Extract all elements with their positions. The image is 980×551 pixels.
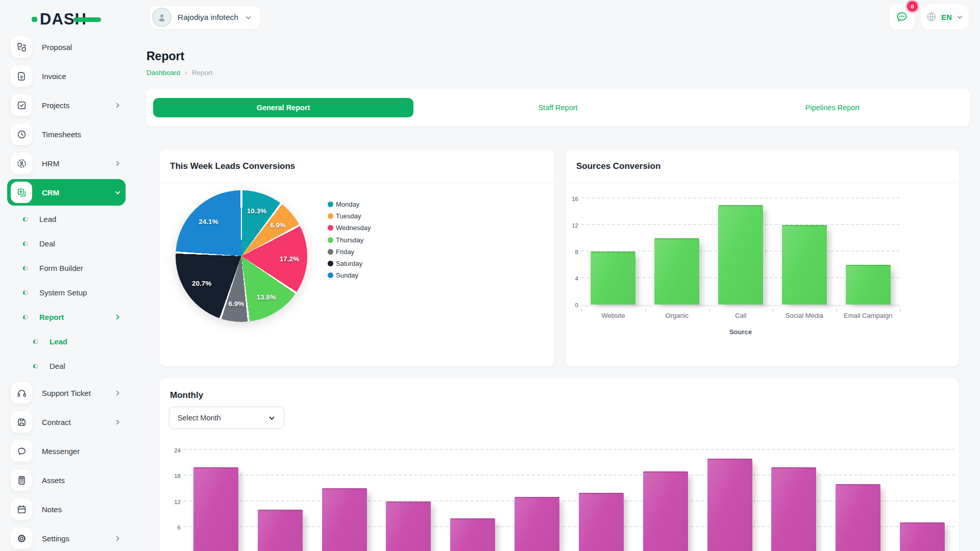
- bullet-icon: [23, 241, 28, 246]
- proposal-icon: [11, 36, 32, 58]
- breadcrumb: Dashboard › Report: [146, 68, 212, 77]
- x-axis-category: Website: [581, 312, 645, 319]
- monthly-card: Monthly Select Month 06121824: [160, 379, 959, 551]
- sidebar-item-deal[interactable]: Deal: [7, 233, 126, 255]
- page-title: Report: [146, 49, 184, 63]
- chevron-right-icon: [114, 535, 121, 542]
- chevron-right-icon: [114, 313, 121, 321]
- tab-pipelines-report[interactable]: Pipelines Report: [695, 89, 970, 127]
- assets-icon: [11, 469, 32, 491]
- contract-icon: [11, 411, 32, 433]
- messenger-icon: [11, 440, 32, 462]
- chat-icon: [895, 10, 909, 23]
- sidebar-item-form-builder[interactable]: Form Builder: [7, 257, 126, 279]
- sidebar-item-hrm[interactable]: HRM: [7, 150, 126, 177]
- bullet-icon: [23, 217, 28, 222]
- sidebar-item-assets[interactable]: Assets: [7, 467, 126, 493]
- sidebar-item-messenger[interactable]: Messenger: [7, 438, 126, 464]
- breadcrumb-dashboard-link[interactable]: Dashboard: [146, 69, 180, 77]
- x-axis-title: Source: [581, 328, 900, 336]
- company-avatar: [152, 8, 172, 27]
- legend-item-monday[interactable]: Monday: [328, 198, 371, 210]
- legend-label: Tuesday: [336, 212, 361, 220]
- bullet-icon: [33, 339, 38, 344]
- sidebar-item-proposal[interactable]: Proposal: [7, 34, 126, 60]
- report-tabbar: General Report Staff Report Pipelines Re…: [146, 89, 970, 127]
- pie-legend: MondayTuesdayWednesdayThursdayFridaySatu…: [328, 198, 371, 281]
- card-header: Sources Conversion: [566, 149, 959, 183]
- sidebar-item-deal[interactable]: Deal: [7, 355, 126, 377]
- pie-value-tuesday: 6.9%: [270, 221, 286, 229]
- tab-general-report[interactable]: General Report: [146, 89, 421, 127]
- card-title: Monthly: [170, 390, 203, 400]
- crm-icon: [11, 182, 32, 203]
- sidebar-item-invoice[interactable]: Invoice: [7, 63, 126, 89]
- x-axis-category: Social Media: [772, 312, 836, 319]
- legend-item-tuesday[interactable]: Tuesday: [328, 210, 371, 222]
- y-axis-tick: 0: [563, 302, 578, 308]
- language-selector[interactable]: EN: [921, 4, 969, 30]
- legend-item-friday[interactable]: Friday: [328, 246, 371, 258]
- legend-dot-icon: [328, 249, 333, 255]
- y-axis-tick: 12: [165, 499, 181, 505]
- sidebar-item-lead[interactable]: Lead: [7, 208, 126, 230]
- app-logo[interactable]: DASH: [32, 8, 101, 31]
- sidebar-item-crm[interactable]: CRM: [7, 179, 126, 206]
- sidebar-item-contract[interactable]: Contract: [7, 409, 126, 435]
- leads-pie-chart: 10.3%6.9%17.2%13.8%6.9%20.7%24.1%: [176, 190, 307, 322]
- monthly-bar-3: [322, 488, 367, 551]
- projects-icon: [11, 94, 32, 116]
- leads-conversions-card: This Week Leads Conversions 10.3%6.9%17.…: [160, 149, 554, 366]
- sidebar-item-report[interactable]: Report: [7, 306, 126, 328]
- sidebar-item-label: Support Ticket: [42, 389, 114, 397]
- bullet-icon: [23, 266, 28, 271]
- y-axis-tick: 24: [165, 447, 181, 454]
- sidebar-item-projects[interactable]: Projects: [7, 92, 126, 118]
- timesheets-icon: [11, 123, 32, 145]
- sidebar-item-label: System Setup: [39, 288, 121, 297]
- sources-bar-chart: 0481216: [581, 194, 900, 307]
- messages-button[interactable]: 0: [889, 4, 915, 30]
- sidebar-item-label: Invoice: [42, 72, 121, 81]
- sidebar-item-label: Lead: [39, 215, 121, 223]
- card-title: Sources Conversion: [576, 161, 660, 171]
- legend-item-saturday[interactable]: Saturday: [328, 258, 371, 269]
- chevron-right-icon: [114, 160, 121, 167]
- legend-item-sunday[interactable]: Sunday: [328, 269, 371, 281]
- monthly-bar-10: [771, 467, 816, 551]
- monthly-bar-5: [450, 518, 495, 551]
- pie-value-saturday: 20.7%: [192, 279, 211, 287]
- legend-dot-icon: [328, 202, 333, 207]
- monthly-bar-4: [386, 502, 431, 551]
- bar-call: [718, 205, 763, 305]
- legend-item-thursday[interactable]: Thursday: [328, 234, 371, 246]
- sidebar-item-support-ticket[interactable]: Support Ticket: [7, 380, 126, 406]
- x-axis-tick: [900, 309, 901, 312]
- sidebar-item-label: Notes: [42, 505, 121, 514]
- chat-badge: 0: [907, 1, 918, 12]
- legend-item-wednesday[interactable]: Wednesday: [328, 222, 371, 234]
- legend-label: Thursday: [336, 236, 363, 244]
- sidebar-item-timesheets[interactable]: Timesheets: [7, 121, 126, 147]
- sidebar-item-settings[interactable]: Settings: [7, 525, 126, 551]
- sidebar-item-system-setup[interactable]: System Setup: [7, 282, 126, 304]
- notes-icon: [11, 498, 32, 520]
- y-axis-tick: 12: [563, 222, 578, 229]
- sidebar-item-label: Deal: [39, 239, 121, 248]
- globe-icon: [926, 11, 937, 22]
- tab-staff-report[interactable]: Staff Report: [421, 89, 695, 127]
- sidebar-item-label: Timesheets: [42, 130, 121, 139]
- legend-dot-icon: [328, 237, 333, 243]
- sidebar-item-label: Lead: [50, 337, 121, 346]
- sidebar-item-lead[interactable]: Lead: [7, 331, 126, 353]
- pie-value-wednesday: 17.2%: [280, 255, 299, 262]
- bar-social-media: [782, 225, 827, 305]
- support-icon: [11, 382, 32, 404]
- select-month-dropdown[interactable]: Select Month: [169, 407, 284, 429]
- company-selector[interactable]: Rajodiya infotech: [149, 5, 261, 30]
- monthly-bar-chart: 06121824: [184, 440, 954, 551]
- sidebar-item-notes[interactable]: Notes: [7, 496, 126, 522]
- sidebar-item-label: Messenger: [42, 447, 121, 456]
- legend-label: Sunday: [336, 271, 358, 279]
- sidebar-item-label: HRM: [42, 159, 114, 168]
